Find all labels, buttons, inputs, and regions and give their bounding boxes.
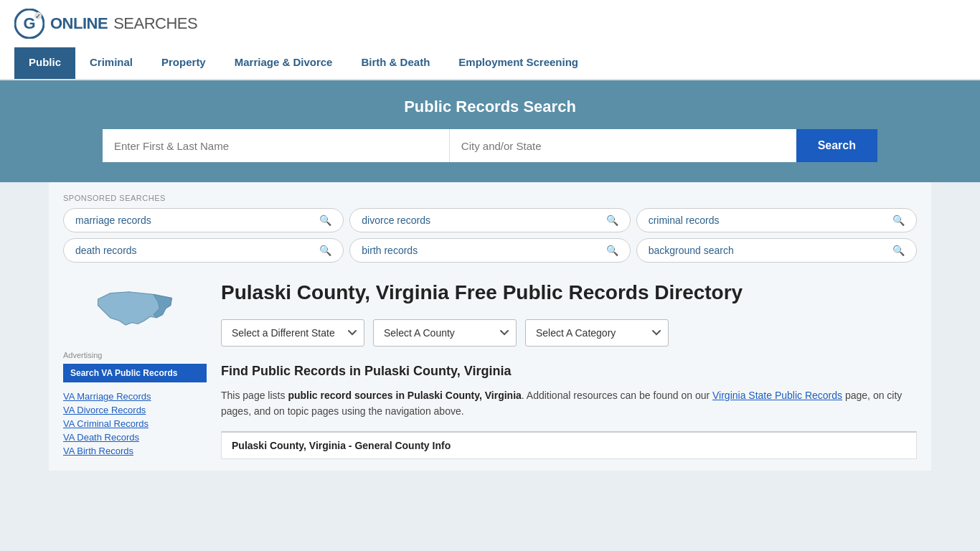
county-dropdown[interactable]: Select A County: [373, 319, 517, 347]
sponsored-pill-criminal-label: criminal records: [649, 215, 720, 226]
main-container: SPONSORED SEARCHES marriage records 🔍 di…: [49, 182, 931, 471]
sponsored-pill-divorce-label: divorce records: [362, 215, 430, 226]
hero-title: Public Records Search: [14, 98, 966, 116]
nav-item-birth-death[interactable]: Birth & Death: [347, 47, 444, 79]
sidebar-link-0[interactable]: VA Marriage Records: [63, 391, 207, 402]
description-part1: This page lists: [221, 390, 288, 401]
sponsored-pill-death-label: death records: [75, 245, 137, 256]
find-records-title: Find Public Records in Pulaski County, V…: [221, 364, 917, 379]
nav-item-public[interactable]: Public: [14, 47, 75, 79]
description-text: This page lists public record sources in…: [221, 387, 917, 420]
nav-item-property[interactable]: Property: [147, 47, 220, 79]
logo: G ✓ ONLINESEARCHES: [14, 9, 197, 39]
description-part2: . Additional resources can be found on o…: [522, 390, 712, 401]
sidebar-ad-button[interactable]: Search VA Public Records: [63, 364, 207, 382]
sponsored-grid: marriage records 🔍 divorce records 🔍 cri…: [63, 208, 917, 263]
svg-text:✓: ✓: [35, 13, 41, 20]
search-button[interactable]: Search: [796, 129, 877, 162]
search-icon-background: 🔍: [892, 245, 905, 256]
virginia-map-icon: [92, 280, 178, 337]
search-icon-marriage: 🔍: [319, 215, 331, 226]
sponsored-pill-birth[interactable]: birth records 🔍: [349, 238, 630, 263]
general-info-label: Pulaski County, Virginia - General Count…: [232, 440, 451, 451]
search-icon-birth: 🔍: [606, 245, 618, 256]
sponsored-pill-divorce[interactable]: divorce records 🔍: [349, 208, 630, 232]
sponsored-pill-criminal[interactable]: criminal records 🔍: [636, 208, 917, 232]
name-input[interactable]: [103, 129, 450, 162]
logo-text-searches: SEARCHES: [113, 14, 197, 33]
content-layout: Advertising Search VA Public Records VA …: [63, 280, 917, 459]
description-link[interactable]: Virginia State Public Records: [712, 390, 842, 401]
svg-text:G: G: [23, 14, 35, 32]
page-title: Pulaski County, Virginia Free Public Rec…: [221, 280, 917, 305]
sidebar-link-1[interactable]: VA Divorce Records: [63, 405, 207, 415]
logo-text-online: ONLINE: [50, 14, 108, 33]
state-image-container: [63, 280, 207, 339]
nav-item-criminal[interactable]: Criminal: [75, 47, 147, 79]
category-dropdown[interactable]: Select A Category: [525, 319, 669, 347]
sponsored-section: SPONSORED SEARCHES marriage records 🔍 di…: [63, 194, 917, 263]
nav-item-employment[interactable]: Employment Screening: [444, 47, 593, 79]
sidebar-link-3[interactable]: VA Death Records: [63, 432, 207, 443]
sponsored-pill-marriage-label: marriage records: [75, 215, 151, 226]
nav: Public Criminal Property Marriage & Divo…: [0, 47, 980, 80]
sidebar-link-4[interactable]: VA Birth Records: [63, 446, 207, 456]
hero-banner: Public Records Search Search: [0, 80, 980, 182]
sponsored-pill-marriage[interactable]: marriage records 🔍: [63, 208, 344, 232]
location-input[interactable]: [450, 129, 796, 162]
sidebar: Advertising Search VA Public Records VA …: [63, 280, 207, 459]
nav-item-marriage-divorce[interactable]: Marriage & Divorce: [220, 47, 347, 79]
search-icon-death: 🔍: [319, 245, 331, 256]
header: G ✓ ONLINESEARCHES: [0, 0, 980, 47]
advertising-label: Advertising: [63, 351, 207, 359]
sponsored-pill-background-label: background search: [649, 245, 734, 256]
sponsored-label: SPONSORED SEARCHES: [63, 194, 917, 202]
sponsored-pill-background[interactable]: background search 🔍: [636, 238, 917, 263]
dropdowns-row: Select a Different State Select A County…: [221, 319, 917, 347]
search-icon-criminal: 🔍: [892, 215, 905, 226]
search-bar: Search: [103, 129, 877, 162]
state-dropdown[interactable]: Select a Different State: [221, 319, 364, 347]
main-body: Pulaski County, Virginia Free Public Rec…: [221, 280, 917, 459]
logo-icon: G ✓: [14, 9, 44, 39]
description-bold: public record sources in Pulaski County,…: [288, 390, 521, 401]
sidebar-link-2[interactable]: VA Criminal Records: [63, 418, 207, 429]
search-icon-divorce: 🔍: [606, 215, 618, 226]
general-info-bar: Pulaski County, Virginia - General Count…: [221, 431, 917, 459]
sponsored-pill-birth-label: birth records: [362, 245, 418, 256]
sponsored-pill-death[interactable]: death records 🔍: [63, 238, 344, 263]
